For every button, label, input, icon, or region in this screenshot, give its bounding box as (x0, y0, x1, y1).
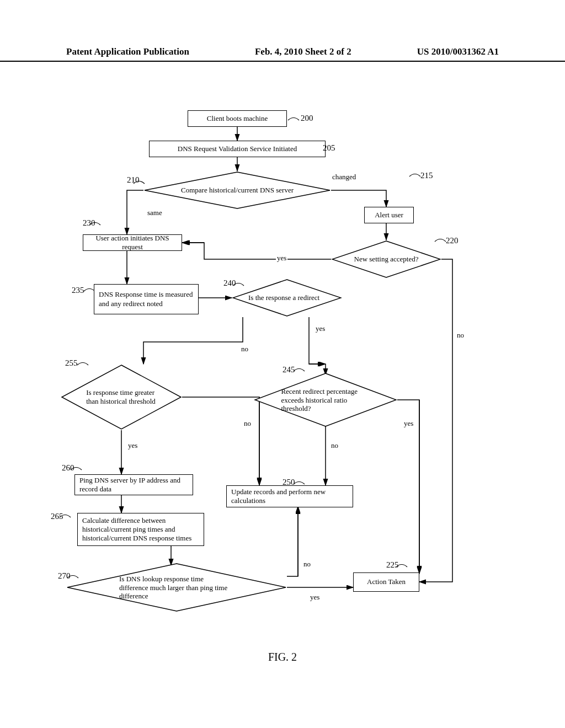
label: Update records and perform new calculati… (231, 488, 348, 506)
ref-215: 215 (420, 171, 433, 180)
label: New setting accepted? (348, 255, 425, 264)
label: Client boots machine (207, 114, 268, 123)
step-dns-validation-initiated: DNS Request Validation Service Initiated (149, 141, 326, 157)
step-client-boots: Client boots machine (188, 110, 287, 127)
label: Ping DNS server by IP address and record… (79, 476, 188, 494)
label: Recent redirect percentage exceeds histo… (281, 387, 370, 413)
header-right: US 2010/0031362 A1 (417, 46, 499, 57)
ref-250: 250 (282, 478, 295, 487)
edge-270-no: no (302, 560, 312, 569)
decision-response-threshold: Is response time greater than historical… (61, 364, 182, 430)
flowchart-canvas: Client boots machine 200 DNS Request Val… (0, 66, 565, 673)
ref-205: 205 (323, 143, 335, 153)
label: DNS Response time is measured and any re… (99, 290, 194, 308)
step-ping-dns: Ping DNS server by IP address and record… (74, 474, 193, 495)
page: Patent Application Publication Feb. 4, 2… (0, 0, 565, 728)
label: Compare historical/current DNS server (172, 186, 303, 195)
ref-255: 255 (65, 358, 78, 368)
step-user-initiates-dns: User action initiates DNS request (83, 234, 182, 251)
ref-210: 210 (127, 175, 140, 185)
label: Calculate difference between historical/… (82, 516, 199, 543)
label: Is response time greater than historical… (86, 388, 157, 405)
decision-redirect-ratio: Recent redirect percentage exceeds histo… (254, 372, 397, 427)
header-left: Patent Application Publication (66, 46, 189, 57)
header-center: Feb. 4, 2010 Sheet 2 of 2 (255, 46, 351, 57)
decision-is-redirect: Is the response a redirect (232, 279, 342, 317)
label: Alert user (375, 211, 403, 220)
edge-270-yes: yes (309, 593, 321, 602)
decision-lookup-vs-ping: Is DNS lookup response time difference m… (66, 563, 287, 612)
step-action-taken: Action Taken (353, 572, 419, 592)
edge-240-no: no (240, 345, 249, 354)
edge-220-no: no (456, 331, 465, 340)
edge-255-yes: yes (127, 441, 138, 450)
step-measure-response: DNS Response time is measured and any re… (94, 284, 199, 314)
step-calc-difference: Calculate difference between historical/… (77, 513, 204, 546)
decision-new-setting-accepted: New setting accepted? (331, 240, 441, 279)
ref-270: 270 (58, 571, 71, 581)
label: Action Taken (367, 577, 406, 586)
edge-220-yes: yes (276, 254, 287, 263)
ref-225: 225 (386, 560, 399, 570)
label: User action initiates DNS request (88, 234, 177, 252)
edge-same: same (146, 208, 163, 217)
page-header: Patent Application Publication Feb. 4, 2… (0, 46, 565, 62)
step-alert-user: Alert user (364, 207, 414, 223)
ref-220: 220 (446, 236, 459, 245)
label: Is DNS lookup response time difference m… (119, 575, 234, 601)
edge-245-yes: yes (403, 419, 414, 428)
label: Is the response a redirect (248, 293, 326, 302)
figure-caption: FIG. 2 (268, 651, 297, 663)
label: DNS Request Validation Service Initiated (178, 144, 297, 153)
ref-265: 265 (51, 512, 63, 521)
edge-240-yes: yes (315, 324, 326, 333)
ref-230: 230 (83, 218, 95, 228)
ref-240: 240 (223, 279, 236, 288)
ref-245: 245 (282, 365, 295, 374)
ref-200: 200 (301, 114, 313, 123)
edge-245-no: no (330, 441, 339, 450)
edge-255-no: no (243, 419, 252, 428)
edge-changed: changed (331, 173, 357, 181)
step-update-records: Update records and perform new calculati… (226, 485, 353, 507)
ref-260: 260 (62, 463, 74, 473)
decision-compare-dns: Compare historical/current DNS server (143, 171, 331, 210)
ref-235: 235 (72, 286, 84, 295)
